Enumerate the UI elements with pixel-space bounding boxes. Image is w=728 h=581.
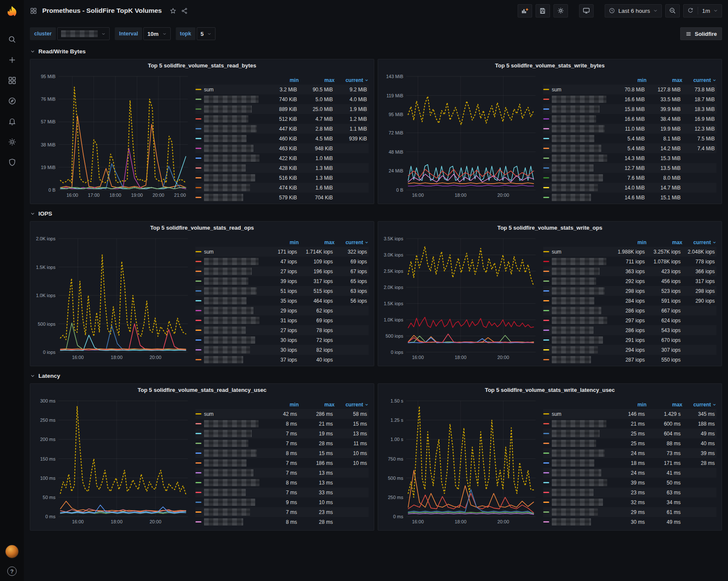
redacted-series-name[interactable] <box>552 105 600 113</box>
redacted-series-name[interactable] <box>552 317 607 324</box>
legend-sort-max[interactable]: max <box>299 239 335 245</box>
legend-sort-max[interactable]: max <box>646 77 682 83</box>
legend-sort-min[interactable]: min <box>267 402 299 408</box>
tv-cycle-icon[interactable] <box>579 4 594 18</box>
grafana-logo[interactable] <box>4 5 20 20</box>
redacted-series-name[interactable] <box>552 297 594 304</box>
redacted-series-name[interactable] <box>204 479 259 486</box>
redacted-series-name[interactable] <box>204 145 253 152</box>
redacted-series-name[interactable] <box>204 297 247 304</box>
dashboard-grid-icon[interactable] <box>30 7 37 15</box>
redacted-series-name[interactable] <box>552 268 600 275</box>
redacted-series-name[interactable] <box>204 155 259 162</box>
redacted-series-name[interactable] <box>204 499 255 506</box>
legend-sort-max[interactable]: max <box>646 402 682 408</box>
redacted-series-name[interactable] <box>204 336 255 344</box>
row-header-read-write-bytes[interactable]: Read/Write Bytes <box>30 46 722 56</box>
panel-title[interactable]: Top 5 solidfire_volume_stats_read_ops <box>30 225 374 231</box>
redacted-series-name[interactable] <box>552 145 601 152</box>
legend-sort-max[interactable]: max <box>646 239 682 245</box>
add-panel-button[interactable] <box>518 4 532 18</box>
redacted-series-name[interactable] <box>552 277 596 285</box>
series-name[interactable]: sum <box>552 87 615 93</box>
time-range-picker[interactable]: Last 6 hours <box>605 4 662 18</box>
legend-sort-min[interactable]: min <box>267 239 299 245</box>
time-series-chart[interactable]: 16:0017:0018:0019:0020:0021:0095 MiB76 M… <box>34 72 190 201</box>
legend-sort-max[interactable]: max <box>299 77 335 83</box>
legend-sort-min[interactable]: min <box>267 77 299 83</box>
legend-sort-current[interactable]: current <box>682 402 716 408</box>
search-icon[interactable] <box>8 35 17 44</box>
legend-sort-min[interactable]: min <box>615 239 646 245</box>
dashboard-links-solidfire-button[interactable]: Solidfire <box>680 27 722 40</box>
settings-gear-icon[interactable] <box>8 137 17 146</box>
star-icon[interactable] <box>169 7 177 15</box>
panel-title[interactable]: Top 5 solidfire_volume_stats_write_laten… <box>378 387 722 393</box>
admin-shield-icon[interactable] <box>8 158 17 167</box>
panel-title[interactable]: Top 5 solidfire_volume_stats_read_bytes <box>30 62 374 69</box>
series-name[interactable]: sum <box>552 411 615 417</box>
legend-sort-current[interactable]: current <box>335 402 369 408</box>
refresh-button[interactable]: 1m <box>683 4 722 18</box>
legend-sort-min[interactable]: min <box>615 402 646 408</box>
redacted-series-name[interactable] <box>204 508 250 516</box>
redacted-series-name[interactable] <box>204 420 259 427</box>
redacted-series-name[interactable] <box>552 450 605 457</box>
time-series-chart[interactable]: 16:0018:0020:001.50 s1.25 s1.00 s750 ms5… <box>381 397 538 528</box>
refresh-interval-label[interactable]: 1m <box>702 8 710 14</box>
redacted-series-name[interactable] <box>552 356 591 363</box>
panel-title[interactable]: Top 5 solidfire_volume_stats_read_latenc… <box>30 387 374 393</box>
dashboard-title[interactable]: Prometheus - SolidFire TopK Volumes <box>42 7 162 15</box>
redacted-series-name[interactable] <box>204 105 252 113</box>
series-name[interactable]: sum <box>204 411 267 417</box>
series-name[interactable]: sum <box>204 249 267 255</box>
redacted-series-name[interactable] <box>204 450 257 457</box>
share-icon[interactable] <box>181 7 188 15</box>
redacted-series-name[interactable] <box>552 489 594 496</box>
legend-sort-max[interactable]: max <box>299 402 335 408</box>
redacted-series-name[interactable] <box>552 135 594 142</box>
redacted-series-name[interactable] <box>552 125 605 132</box>
redacted-series-name[interactable] <box>204 430 252 437</box>
time-series-chart[interactable]: 16:0018:0020:00143 MiB119 MiB95 MiB72 Mi… <box>381 72 538 201</box>
redacted-series-name[interactable] <box>204 518 243 526</box>
variable-topk-label[interactable]: topk <box>176 27 195 40</box>
panel-title[interactable]: Top 5 solidfire_volume_stats_write_bytes <box>378 62 722 69</box>
redacted-series-name[interactable] <box>552 508 598 516</box>
redacted-series-name[interactable] <box>552 499 603 506</box>
legend-sort-min[interactable]: min <box>615 77 646 83</box>
redacted-series-name[interactable] <box>552 96 606 103</box>
redacted-series-name[interactable] <box>552 469 601 476</box>
redacted-series-name[interactable] <box>552 258 606 265</box>
redacted-series-name[interactable] <box>552 174 603 181</box>
redacted-series-name[interactable] <box>204 277 248 285</box>
redacted-series-name[interactable] <box>204 258 259 265</box>
zoom-out-button[interactable] <box>665 4 680 18</box>
redacted-series-name[interactable] <box>552 115 596 123</box>
row-header-iops[interactable]: IOPS <box>30 208 722 219</box>
redacted-series-name[interactable] <box>552 479 607 486</box>
redacted-series-name[interactable] <box>204 184 250 191</box>
redacted-series-name[interactable] <box>552 336 603 344</box>
redacted-series-name[interactable] <box>204 356 243 363</box>
variable-cluster-label[interactable]: cluster <box>30 27 56 40</box>
redacted-series-name[interactable] <box>552 327 594 334</box>
legend-sort-current[interactable]: current <box>335 77 369 83</box>
user-avatar[interactable] <box>6 545 18 558</box>
redacted-series-name[interactable] <box>552 184 598 191</box>
redacted-series-name[interactable] <box>552 346 598 353</box>
redacted-series-name[interactable] <box>552 307 601 314</box>
series-name[interactable]: sum <box>552 249 615 255</box>
redacted-series-name[interactable] <box>552 459 594 467</box>
create-plus-icon[interactable] <box>8 55 17 64</box>
variable-interval-label[interactable]: Interval <box>115 27 142 40</box>
redacted-series-name[interactable] <box>204 194 243 201</box>
redacted-series-name[interactable] <box>204 440 248 447</box>
save-dashboard-icon[interactable] <box>536 4 550 18</box>
redacted-series-name[interactable] <box>204 307 253 314</box>
time-series-chart[interactable]: 16:0018:0020:00300 ms250 ms200 ms150 ms1… <box>34 397 190 528</box>
redacted-series-name[interactable] <box>552 194 591 201</box>
redacted-series-name[interactable] <box>204 317 259 324</box>
dashboard-settings-icon[interactable] <box>553 4 568 18</box>
redacted-series-name[interactable] <box>552 155 607 162</box>
